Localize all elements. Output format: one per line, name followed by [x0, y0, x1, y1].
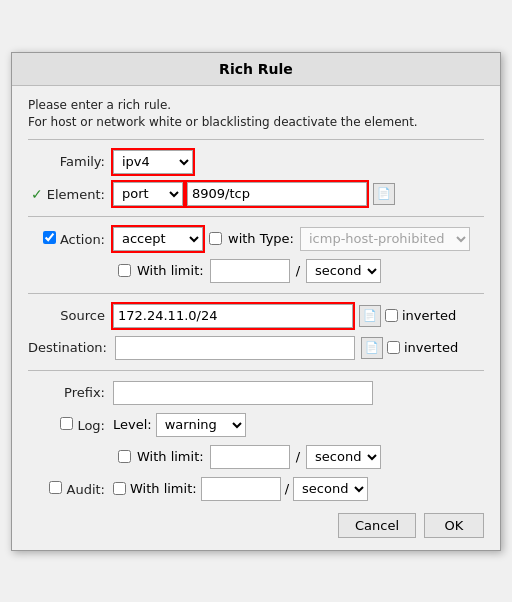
destination-row: Destination: 📄 inverted	[28, 336, 484, 360]
log-checkbox[interactable]	[60, 417, 73, 430]
audit-with-limit-checkbox[interactable]	[113, 482, 126, 495]
action-with-limit-checkbox[interactable]	[118, 264, 131, 277]
action-row: Action: accept drop reject with Type: ic…	[28, 227, 484, 251]
destination-inverted-checkbox[interactable]	[387, 341, 400, 354]
element-value-input[interactable]	[187, 182, 367, 206]
action-with-type-select[interactable]: icmp-host-prohibited	[300, 227, 470, 251]
element-type-select[interactable]: port service protocol icmp-type icmp-blo…	[113, 182, 183, 206]
element-check-icon: ✓	[31, 186, 43, 202]
prefix-label: Prefix:	[28, 385, 113, 400]
buttons-row: Cancel OK	[28, 513, 484, 538]
ok-button[interactable]: OK	[424, 513, 484, 538]
cancel-button[interactable]: Cancel	[338, 513, 416, 538]
with-type-label: with Type:	[228, 231, 294, 246]
log-with-limit-label: With limit:	[137, 449, 204, 464]
log-with-limit-checkbox[interactable]	[118, 450, 131, 463]
action-with-type-checkbox[interactable]	[209, 232, 222, 245]
source-label: Source	[28, 308, 113, 323]
element-controls: port service protocol icmp-type icmp-blo…	[113, 182, 395, 206]
rich-rule-dialog: Rich Rule Please enter a rich rule. For …	[11, 52, 501, 551]
action-type-select[interactable]: accept drop reject	[113, 227, 203, 251]
action-label: Action:	[28, 231, 113, 247]
log-second-select[interactable]: second minute hour day	[306, 445, 381, 469]
prefix-row: Prefix:	[28, 381, 484, 405]
source-controls: 📄 inverted	[113, 304, 456, 328]
log-with-limit-row: With limit: / second minute hour day	[28, 445, 484, 469]
destination-controls: 📄 inverted	[115, 336, 458, 360]
dialog-title: Rich Rule	[12, 53, 500, 86]
action-controls: accept drop reject with Type: icmp-host-…	[113, 227, 470, 251]
action-checkbox[interactable]	[43, 231, 56, 244]
log-with-limit-input[interactable]	[210, 445, 290, 469]
source-inverted-label: inverted	[402, 308, 456, 323]
log-label: Log:	[77, 418, 105, 433]
destination-copy-icon[interactable]: 📄	[361, 337, 383, 359]
desc1: Please enter a rich rule.	[28, 98, 484, 112]
audit-label: Audit:	[67, 482, 105, 497]
element-label: ✓ Element:	[28, 186, 113, 202]
source-row: Source 📄 inverted	[28, 304, 484, 328]
family-row: Family: ipv4 ipv6	[28, 150, 484, 174]
audit-with-limit-input[interactable]	[201, 477, 281, 501]
log-controls: Level: emerg alert crit error warning no…	[113, 413, 246, 437]
audit-second-select[interactable]: second minute hour day	[293, 477, 368, 501]
audit-label-area: Audit:	[28, 481, 113, 497]
log-label-area: Log:	[28, 417, 113, 433]
source-copy-icon[interactable]: 📄	[359, 305, 381, 327]
action-second-select[interactable]: second minute hour day	[306, 259, 381, 283]
family-select[interactable]: ipv4 ipv6	[113, 150, 193, 174]
log-level-select[interactable]: emerg alert crit error warning notice in…	[156, 413, 246, 437]
family-label: Family:	[28, 154, 113, 169]
destination-label: Destination:	[28, 340, 115, 355]
audit-with-limit-label: With limit:	[130, 481, 197, 496]
audit-row: Audit: With limit: / second minute hour …	[28, 477, 484, 501]
audit-checkbox[interactable]	[49, 481, 62, 494]
log-per-label: /	[296, 449, 300, 464]
audit-per-label: /	[285, 481, 289, 496]
source-input[interactable]	[113, 304, 353, 328]
source-inverted-checkbox[interactable]	[385, 309, 398, 322]
log-level-label: Level:	[113, 417, 152, 432]
action-with-limit-input[interactable]	[210, 259, 290, 283]
action-with-limit-row: With limit: / second minute hour day	[28, 259, 484, 283]
destination-inverted-label: inverted	[404, 340, 458, 355]
action-with-limit-label: With limit:	[137, 263, 204, 278]
audit-controls: With limit: / second minute hour day	[113, 477, 368, 501]
action-per-label: /	[296, 263, 300, 278]
destination-input[interactable]	[115, 336, 355, 360]
element-copy-icon[interactable]: 📄	[373, 183, 395, 205]
log-row: Log: Level: emerg alert crit error warni…	[28, 413, 484, 437]
prefix-input[interactable]	[113, 381, 373, 405]
element-row: ✓ Element: port service protocol icmp-ty…	[28, 182, 484, 206]
desc2: For host or network white or blacklistin…	[28, 115, 484, 129]
